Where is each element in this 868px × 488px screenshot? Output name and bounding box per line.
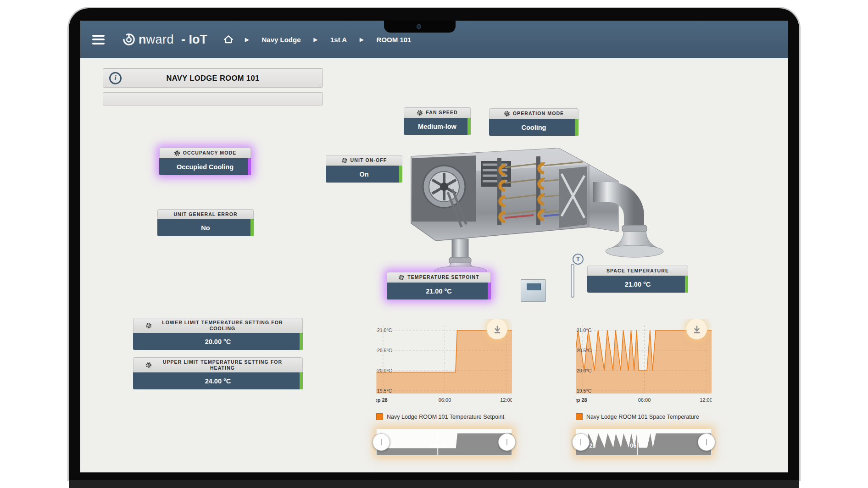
widget-space-temperature-value[interactable]: 21.00 °C	[587, 276, 688, 293]
widget-space-temperature-header: SPACE TEMPERATURE	[587, 266, 688, 276]
widget-unit-general-error-value[interactable]: No	[157, 219, 254, 236]
widget-operation-mode-header: OPERATION MODE	[489, 108, 579, 119]
status-stripe	[488, 283, 491, 299]
widget-value-text: On	[359, 171, 368, 178]
svg-text:21.0°C: 21.0°C	[577, 327, 592, 333]
space-temperature-legend[interactable]: Navy Lodge ROOM 101 Space Temperature	[576, 413, 712, 420]
status-stripe	[250, 219, 254, 236]
slider-handle-right[interactable]	[498, 433, 516, 451]
widget-label: UNIT GENERAL ERROR	[173, 211, 237, 217]
logo-text-light: ward	[146, 33, 174, 46]
gear-icon[interactable]	[398, 274, 405, 281]
widget-lower-limit-cooling-value[interactable]: 20.00 °C	[133, 333, 303, 350]
breadcrumb-item-room[interactable]: ROOM 101	[377, 36, 412, 44]
breadcrumb-item-site[interactable]: Navy Lodge	[262, 36, 300, 44]
svg-text:Sep 28: Sep 28	[576, 397, 587, 403]
widget-occupancy-mode[interactable]: OCCUPANCY MODE Occupied Cooling	[159, 148, 251, 175]
svg-text:19.5°C: 19.5°C	[577, 388, 592, 394]
svg-text:Sep 28: Sep 28	[376, 397, 388, 403]
widget-upper-limit-heating-header: UPPER LIMIT TEMPERATURE SETTING FOR HEAT…	[133, 357, 303, 372]
slider-track[interactable]: 2806:00	[377, 429, 512, 455]
status-stripe	[300, 372, 303, 389]
widget-unit-general-error-header: UNIT GENERAL ERROR	[157, 209, 254, 219]
setpoint-range-slider[interactable]: 2806:00	[376, 429, 512, 455]
widget-operation-mode[interactable]: OPERATION MODE Cooling	[489, 108, 579, 136]
camera-notch	[384, 21, 456, 33]
widget-unit-general-error[interactable]: UNIT GENERAL ERROR No	[157, 209, 254, 236]
svg-text:20.5°C: 20.5°C	[377, 348, 392, 353]
widget-label: FAN SPEED	[426, 110, 457, 116]
widget-fan-speed-value[interactable]: Medium-low	[404, 118, 471, 135]
space-temperature-chart[interactable]: 21.0°C20.5°C20.0°C19.5°CSep 2806:0012:00	[576, 319, 712, 407]
widget-label: OCCUPANCY MODE	[183, 150, 237, 156]
legend-swatch	[376, 413, 383, 420]
widget-unit-on-off[interactable]: UNIT ON-OFF On	[326, 155, 402, 183]
home-icon[interactable]	[223, 34, 234, 45]
download-icon	[492, 324, 502, 334]
slider-handle-right[interactable]	[698, 433, 715, 451]
room-title-panel: i NAVY LODGE ROOM 101	[103, 68, 323, 88]
svg-text:20.0°C: 20.0°C	[377, 368, 392, 373]
widget-temperature-setpoint[interactable]: TEMPERATURE SETPOINT 21.00 °C	[387, 272, 491, 299]
status-stripe	[467, 118, 471, 135]
widget-unit-on-off-value[interactable]: On	[326, 166, 402, 183]
logo-suffix: - IoT	[181, 33, 207, 47]
svg-text:20.0°C: 20.0°C	[577, 368, 592, 373]
hvac-unit-image	[407, 137, 664, 272]
thermostat-screen	[527, 283, 541, 290]
download-icon	[692, 324, 702, 334]
svg-text:21.0°C: 21.0°C	[377, 327, 392, 333]
widget-temperature-setpoint-value[interactable]: 21.00 °C	[387, 283, 491, 299]
widget-temperature-setpoint-header: TEMPERATURE SETPOINT	[387, 272, 491, 283]
svg-text:06:00: 06:00	[430, 443, 445, 449]
temperature-probe-stem	[571, 264, 574, 298]
slider-handle-left[interactable]	[373, 433, 390, 451]
status-stripe	[575, 119, 579, 136]
widget-lower-limit-cooling-header: LOWER LIMIT TEMPERATURE SETTING FOR COOL…	[133, 318, 303, 333]
info-icon[interactable]: i	[109, 72, 122, 84]
gear-icon[interactable]	[417, 110, 423, 116]
widget-upper-limit-heating-value[interactable]: 24.00 °C	[133, 372, 303, 389]
widget-operation-mode-value[interactable]: Cooling	[489, 119, 579, 136]
svg-text:06:00: 06:00	[439, 397, 451, 403]
widget-label: UPPER LIMIT TEMPERATURE SETTING FOR HEAT…	[155, 359, 290, 371]
gear-icon[interactable]	[504, 111, 510, 117]
download-button[interactable]	[686, 319, 707, 339]
gear-icon[interactable]	[341, 157, 348, 164]
slider-track[interactable]: 2806:00	[576, 429, 711, 455]
gear-icon[interactable]	[174, 150, 180, 156]
space-temperature-range-slider[interactable]: 2806:00	[576, 429, 712, 455]
temperature-probe-icon: T	[573, 254, 584, 265]
widget-space-temperature[interactable]: SPACE TEMPERATURE 21.00 °C	[587, 266, 688, 293]
widget-fan-speed[interactable]: FAN SPEED Medium-low	[404, 107, 471, 135]
download-button[interactable]	[487, 319, 507, 339]
title-subpanel	[103, 92, 323, 105]
slider-mini-chart: 2806:00	[377, 429, 512, 455]
setpoint-chart[interactable]: 21.0°C20.5°C20.0°C19.5°CSep 2806:0012:00	[376, 319, 512, 407]
setpoint-legend[interactable]: Navy Lodge ROOM 101 Temperature Setpoint	[376, 413, 512, 420]
gear-icon[interactable]	[145, 322, 152, 329]
widget-lower-limit-cooling[interactable]: LOWER LIMIT TEMPERATURE SETTING FOR COOL…	[133, 318, 303, 350]
widget-occupancy-mode-value[interactable]: Occupied Cooling	[159, 158, 251, 175]
laptop-frame: nward - IoT ▶ Navy Lodge ▶ 1st A ▶ ROOM …	[69, 8, 799, 480]
svg-text:20.5°C: 20.5°C	[577, 348, 592, 353]
power-logo-icon	[122, 33, 136, 46]
widget-label: OPERATION MODE	[513, 111, 564, 116]
svg-text:06:00: 06:00	[630, 443, 645, 449]
camera-dot	[417, 24, 421, 29]
status-stripe	[399, 166, 402, 183]
widget-fan-speed-header: FAN SPEED	[404, 107, 471, 118]
menu-icon[interactable]	[92, 35, 105, 44]
svg-text:06:00: 06:00	[638, 397, 651, 403]
breadcrumb-arrow-icon: ▶	[245, 37, 249, 43]
svg-text:28: 28	[590, 443, 596, 449]
breadcrumb-item-floor[interactable]: 1st A	[330, 36, 347, 44]
status-stripe	[248, 158, 251, 175]
breadcrumb-arrow-icon: ▶	[360, 37, 363, 43]
brand-logo[interactable]: nward - IoT	[122, 33, 207, 47]
slider-handle-left[interactable]	[572, 433, 590, 451]
gear-icon[interactable]	[145, 362, 152, 368]
widget-upper-limit-heating[interactable]: UPPER LIMIT TEMPERATURE SETTING FOR HEAT…	[133, 357, 303, 389]
widget-value-text: 21.00 °C	[625, 281, 651, 288]
widget-value-text: 21.00 °C	[426, 288, 452, 295]
